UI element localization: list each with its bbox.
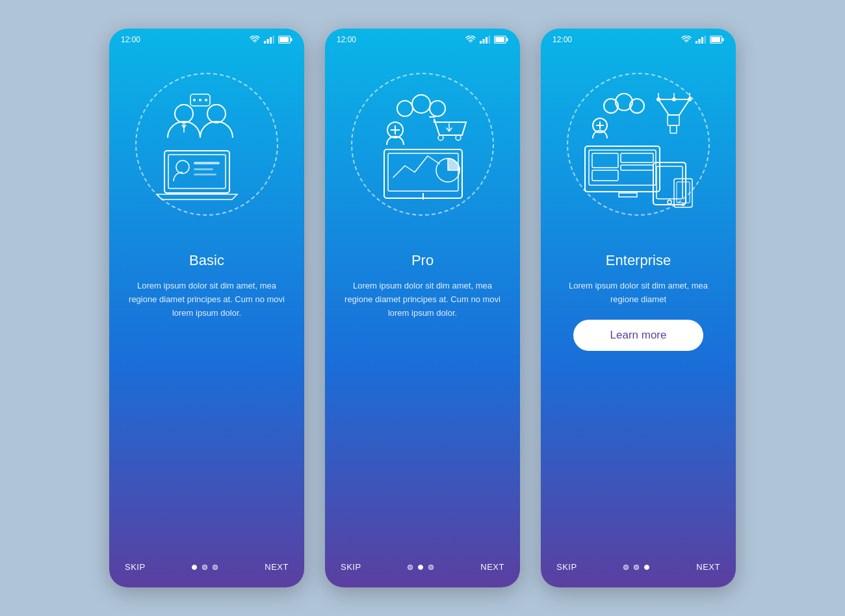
svg-rect-22 bbox=[489, 36, 491, 44]
svg-rect-1 bbox=[267, 39, 269, 44]
svg-rect-0 bbox=[264, 41, 266, 44]
battery-icon-3 bbox=[710, 36, 724, 44]
svg-rect-39 bbox=[701, 37, 703, 44]
svg-rect-37 bbox=[696, 41, 697, 44]
skip-button-3[interactable]: SKIP bbox=[556, 562, 577, 572]
svg-rect-60 bbox=[592, 153, 618, 168]
svg-point-10 bbox=[193, 99, 196, 101]
svg-rect-14 bbox=[168, 155, 226, 188]
status-bar-3: 12:00 bbox=[541, 29, 736, 47]
plan-desc-pro: Lorem ipsum dolor sit dim amet, mea regi… bbox=[343, 279, 502, 320]
content-area-enterprise: Enterprise Lorem ipsum dolor sit dim ame… bbox=[541, 242, 736, 550]
svg-rect-17 bbox=[194, 168, 213, 170]
dashed-circle-3 bbox=[567, 73, 710, 216]
phone-screen-basic: 12:00 bbox=[109, 29, 304, 587]
signal-icon bbox=[264, 36, 274, 44]
battery-icon bbox=[278, 36, 292, 44]
svg-point-12 bbox=[205, 99, 207, 101]
svg-rect-3 bbox=[273, 36, 275, 44]
bottom-nav-2: SKIP NEXT bbox=[325, 550, 520, 587]
svg-point-27 bbox=[412, 95, 430, 113]
dot-3-1 bbox=[623, 565, 629, 570]
dot-2-3 bbox=[428, 565, 434, 570]
svg-rect-13 bbox=[164, 151, 229, 193]
dot-1-2 bbox=[202, 565, 207, 570]
skip-button-1[interactable]: SKIP bbox=[125, 562, 146, 572]
svg-point-7 bbox=[175, 105, 193, 123]
svg-rect-51 bbox=[670, 125, 677, 133]
svg-point-15 bbox=[176, 160, 189, 173]
wifi-icon-3 bbox=[681, 36, 692, 44]
phone-screen-enterprise: 12:00 bbox=[541, 29, 736, 587]
illustration-area-pro bbox=[325, 47, 520, 242]
svg-rect-62 bbox=[621, 153, 653, 162]
wifi-icon bbox=[250, 36, 260, 44]
svg-rect-20 bbox=[483, 39, 485, 44]
svg-rect-61 bbox=[592, 170, 618, 181]
enterprise-illustration bbox=[575, 81, 702, 208]
svg-point-11 bbox=[199, 99, 202, 101]
svg-rect-42 bbox=[711, 37, 720, 42]
svg-rect-40 bbox=[705, 36, 707, 44]
svg-point-33 bbox=[456, 135, 461, 140]
svg-rect-19 bbox=[480, 41, 482, 44]
content-area-basic: Basic Lorem ipsum dolor sit dim amet, me… bbox=[109, 242, 304, 550]
content-area-pro: Pro Lorem ipsum dolor sit dim amet, mea … bbox=[325, 242, 520, 550]
next-button-2[interactable]: NEXT bbox=[480, 562, 504, 572]
svg-rect-24 bbox=[495, 37, 504, 42]
wifi-icon-2 bbox=[465, 36, 476, 44]
screens-container: 12:00 bbox=[109, 29, 736, 587]
plan-title-enterprise: Enterprise bbox=[559, 252, 718, 269]
svg-rect-43 bbox=[722, 38, 724, 42]
status-time-1: 12:00 bbox=[121, 35, 140, 44]
plan-desc-enterprise: Lorem ipsum dolor sit dim amet, mea regi… bbox=[559, 279, 718, 307]
bottom-nav-1: SKIP NEXT bbox=[109, 550, 304, 587]
svg-rect-21 bbox=[486, 37, 488, 44]
status-icons-3 bbox=[681, 36, 724, 44]
svg-rect-63 bbox=[621, 165, 653, 170]
dot-3-2 bbox=[634, 565, 639, 570]
battery-icon-2 bbox=[494, 36, 508, 44]
dot-1-3 bbox=[213, 565, 218, 570]
svg-rect-25 bbox=[506, 38, 508, 42]
next-button-3[interactable]: NEXT bbox=[696, 562, 720, 572]
svg-rect-5 bbox=[280, 37, 289, 42]
status-bar-1: 12:00 bbox=[109, 29, 304, 47]
illustration-area-enterprise bbox=[541, 47, 736, 242]
status-icons-2 bbox=[465, 36, 508, 44]
signal-icon-2 bbox=[480, 36, 490, 44]
skip-button-2[interactable]: SKIP bbox=[341, 562, 361, 572]
plan-title-basic: Basic bbox=[127, 252, 286, 269]
svg-rect-50 bbox=[668, 115, 679, 125]
dot-2-2 bbox=[418, 565, 423, 570]
status-time-3: 12:00 bbox=[552, 35, 572, 44]
plan-title-pro: Pro bbox=[343, 252, 502, 269]
dashed-circle-2 bbox=[351, 73, 494, 216]
learn-more-button[interactable]: Learn more bbox=[573, 320, 703, 351]
dots-1 bbox=[192, 565, 218, 570]
svg-rect-68 bbox=[677, 182, 690, 203]
next-button-1[interactable]: NEXT bbox=[265, 562, 289, 572]
signal-icon-3 bbox=[696, 36, 706, 44]
status-icons-1 bbox=[250, 36, 292, 44]
svg-rect-6 bbox=[291, 38, 292, 42]
dot-1-1 bbox=[192, 565, 197, 570]
basic-illustration bbox=[145, 83, 268, 206]
phone-screen-pro: 12:00 bbox=[325, 29, 520, 587]
dots-3 bbox=[623, 565, 649, 570]
dot-2-1 bbox=[408, 565, 413, 570]
svg-point-28 bbox=[430, 101, 445, 116]
dashed-circle-1 bbox=[135, 73, 278, 216]
illustration-area-basic bbox=[109, 47, 304, 242]
svg-rect-16 bbox=[194, 162, 220, 164]
svg-point-66 bbox=[668, 200, 671, 204]
status-bar-2: 12:00 bbox=[325, 29, 520, 47]
bottom-nav-3: SKIP NEXT bbox=[541, 550, 736, 587]
plan-desc-basic: Lorem ipsum dolor sit dim amet, mea regi… bbox=[127, 279, 286, 320]
svg-rect-2 bbox=[270, 37, 272, 44]
svg-point-32 bbox=[438, 135, 443, 140]
dot-3-3 bbox=[644, 565, 649, 570]
dots-2 bbox=[408, 565, 434, 570]
svg-rect-38 bbox=[699, 39, 701, 44]
svg-rect-18 bbox=[194, 173, 216, 175]
